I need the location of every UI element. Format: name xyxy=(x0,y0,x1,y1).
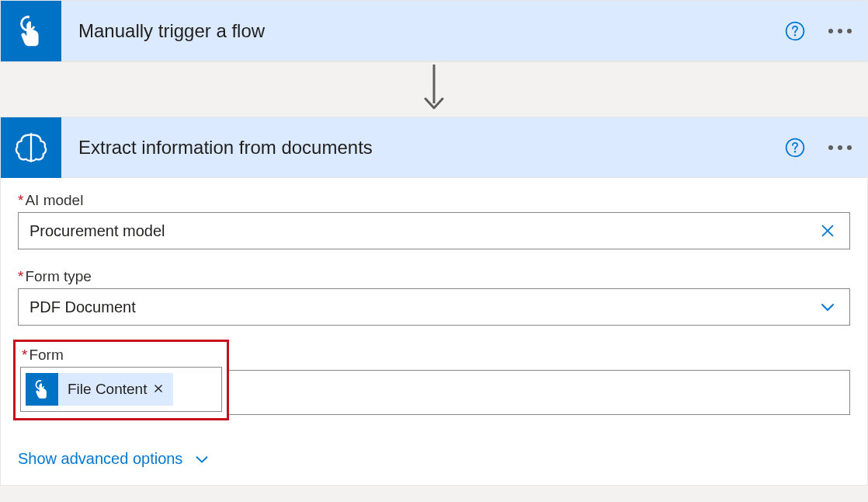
help-icon[interactable] xyxy=(785,21,805,41)
form-type-value: PDF Document xyxy=(30,298,812,316)
flow-designer-canvas: Manually trigger a flow xyxy=(0,0,868,502)
ai-model-label: *AI model xyxy=(18,192,850,209)
svg-point-2 xyxy=(794,34,796,36)
trigger-icon-box xyxy=(1,1,61,61)
ai-model-value: Procurement model xyxy=(30,222,812,240)
action-card-body: *AI model Procurement model *Form type P… xyxy=(1,178,867,485)
form-token-input[interactable]: File Content xyxy=(20,367,222,412)
trigger-title: Manually trigger a flow xyxy=(61,20,785,42)
touch-icon xyxy=(13,13,49,49)
show-advanced-options-link[interactable]: Show advanced options xyxy=(18,450,210,468)
flow-connector-arrow xyxy=(0,62,868,117)
remove-token-icon[interactable] xyxy=(153,382,164,398)
required-asterisk: * xyxy=(18,192,23,208)
more-menu-icon[interactable] xyxy=(828,145,852,150)
file-content-token[interactable]: File Content xyxy=(26,373,173,406)
svg-point-5 xyxy=(794,151,796,152)
action-card[interactable]: Extract information from documents xyxy=(0,117,868,486)
field-form-type: *Form type PDF Document xyxy=(18,268,850,326)
chevron-down-icon[interactable] xyxy=(812,298,843,316)
show-advanced-label: Show advanced options xyxy=(18,450,182,468)
required-asterisk: * xyxy=(22,347,27,363)
token-label: File Content xyxy=(68,381,147,398)
touch-icon xyxy=(26,373,58,406)
ai-model-input[interactable]: Procurement model xyxy=(18,212,850,249)
clear-icon[interactable] xyxy=(812,222,843,239)
form-type-label: *Form type xyxy=(18,268,850,285)
more-menu-icon[interactable] xyxy=(828,29,852,33)
action-icon-box xyxy=(1,117,61,178)
field-ai-model: *AI model Procurement model xyxy=(18,192,850,249)
action-card-header[interactable]: Extract information from documents xyxy=(1,117,867,178)
trigger-card[interactable]: Manually trigger a flow xyxy=(0,0,868,62)
field-form: *Form File Content xyxy=(18,344,850,420)
trigger-card-header[interactable]: Manually trigger a flow xyxy=(1,1,867,61)
ai-brain-icon xyxy=(12,128,50,167)
help-icon[interactable] xyxy=(785,138,805,158)
form-type-select[interactable]: PDF Document xyxy=(18,288,850,326)
action-title: Extract information from documents xyxy=(61,137,785,159)
form-label: *Form xyxy=(22,347,222,364)
chevron-down-icon xyxy=(193,451,210,468)
form-field-highlight: *Form File Content xyxy=(13,340,229,420)
required-asterisk: * xyxy=(18,268,23,284)
